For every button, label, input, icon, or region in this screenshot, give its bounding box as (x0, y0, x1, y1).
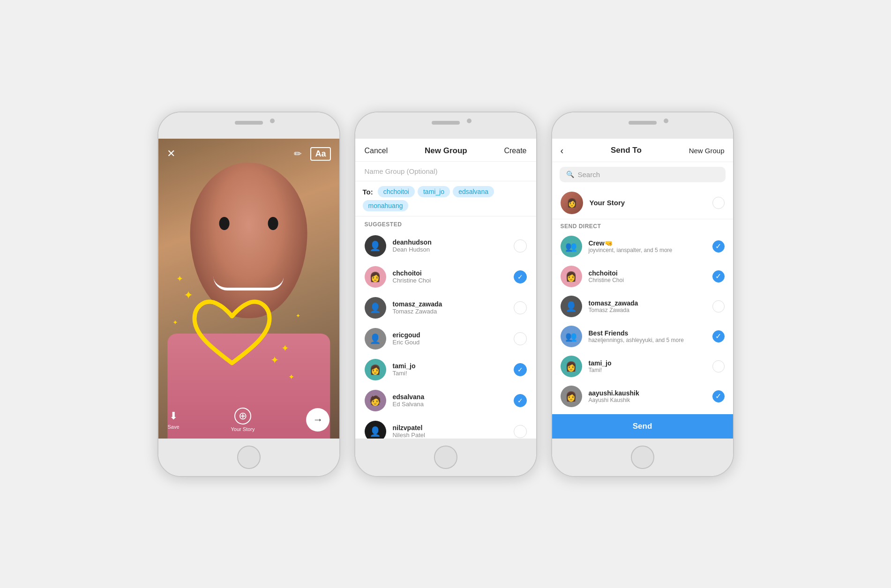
contact-st-chchoitoi[interactable]: 👩 chchoitoi Christine Choi ✓ (552, 261, 733, 291)
back-button[interactable]: ‹ (561, 145, 564, 156)
avatar-face: 👩 (561, 386, 582, 407)
search-icon: 🔍 (566, 171, 574, 178)
phones-container: ✦ ✦ ✦ ✦ ✦ ✦ ✦ ✕ ✏ Aa ⬇ (139, 93, 753, 496)
text-button[interactable]: Aa (310, 147, 330, 161)
avatar-face: 🧑 (365, 390, 386, 411)
your-story-radio[interactable] (712, 197, 725, 209)
user-info-st-chchoitoi: chchoitoi Christine Choi (589, 269, 706, 283)
avatar-face: 👤 (365, 297, 386, 319)
check-aayushi[interactable]: ✓ (712, 390, 725, 402)
avatar-st-chchoitoi: 👩 (561, 266, 582, 287)
phone-1-home-button[interactable] (237, 446, 261, 469)
phone-1-speaker (235, 121, 263, 125)
contact-ericgoud[interactable]: 👤 ericgoud Eric Goud (355, 323, 536, 354)
your-story-name: Your Story (590, 199, 706, 207)
tag-edsalvana[interactable]: edsalvana (453, 186, 494, 197)
avatar-face: 👩 (561, 266, 582, 287)
user-info-st-tomasz: tomasz_zawada Tomasz Zawada (589, 299, 706, 313)
username-st-tomasz: tomasz_zawada (589, 299, 706, 307)
send-button[interactable]: → (306, 408, 329, 432)
check-crew[interactable]: ✓ (712, 240, 725, 253)
avatar-ericgoud: 👤 (365, 328, 386, 350)
check-edsalvana[interactable]: ✓ (514, 394, 527, 407)
contact-edsalvana[interactable]: 🧑 edsalvana Ed Salvana ✓ (355, 385, 536, 416)
checkmark-icon: ✓ (517, 397, 523, 404)
avatar-bestfriends: 👥 (561, 326, 582, 347)
contact-crew[interactable]: 👥 Crew🤜 joyvincent, ianspalter, and 5 mo… (552, 231, 733, 261)
username-chchoitoi: chchoitoi (393, 269, 507, 277)
contact-nilzvpatel[interactable]: 👤 nilzvpatel Nilesh Patel (355, 416, 536, 439)
search-input[interactable]: Search (578, 171, 719, 179)
contact-chchoitoi[interactable]: 👩 chchoitoi Christine Choi ✓ (355, 261, 536, 292)
contact-st-tamijo[interactable]: 👩 tami_jo Tami! (552, 351, 733, 381)
contact-tamijo[interactable]: 👩 tami_jo Tami! ✓ (355, 354, 536, 385)
check-tomasz[interactable] (514, 301, 527, 314)
cancel-button[interactable]: Cancel (365, 147, 388, 155)
avatar-edsalvana: 🧑 (365, 390, 386, 411)
tag-monahuang[interactable]: monahuang (363, 200, 409, 211)
person-face (190, 163, 307, 319)
username-deanhudson: deanhudson (393, 238, 507, 246)
sparkle-3: ✦ (172, 319, 178, 326)
search-bar[interactable]: 🔍 Search (560, 167, 726, 182)
subtext-bestfriends: hazeljennings, ashleyyuki, and 5 more (589, 337, 706, 343)
tag-chchoitoi[interactable]: chchoitoi (378, 186, 415, 197)
avatar-chchoitoi: 👩 (365, 266, 386, 288)
name-group-input[interactable]: Name Group (Optional) (355, 162, 536, 181)
phone-3-top-bar (552, 112, 733, 139)
checkmark-icon: ✓ (715, 272, 721, 281)
phone-2-home-button[interactable] (434, 446, 457, 469)
close-button[interactable]: ✕ (167, 148, 175, 160)
check-ericgoud[interactable] (514, 332, 527, 345)
story-top-controls: ✕ ✏ Aa (158, 143, 339, 164)
check-st-tamijo[interactable] (712, 360, 725, 372)
user-info-st-tamijo: tami_jo Tami! (589, 359, 706, 373)
save-button-group: ⬇ Save (168, 410, 180, 430)
new-group-screen: Cancel New Group Create Name Group (Opti… (355, 139, 536, 439)
phone-2-top-bar (355, 112, 536, 139)
username-edsalvana: edsalvana (393, 393, 507, 401)
draw-icon[interactable]: ✏ (294, 148, 302, 159)
user-info-tomasz: tomasz_zawada Tomasz Zawada (393, 300, 507, 315)
check-bestfriends[interactable]: ✓ (712, 330, 725, 342)
user-info-edsalvana: edsalvana Ed Salvana (393, 393, 507, 408)
contact-tomasz[interactable]: 👤 tomasz_zawada Tomasz Zawada (355, 292, 536, 323)
send-to-header: ‹ Send To New Group (552, 139, 733, 162)
subtext-crew: joyvincent, ianspalter, and 5 more (589, 247, 706, 253)
contact-bestfriends[interactable]: 👥 Best Friends hazeljennings, ashleyyuki… (552, 321, 733, 351)
check-tamijo[interactable]: ✓ (514, 363, 527, 376)
check-deanhudson[interactable] (514, 239, 527, 253)
username-bestfriends: Best Friends (589, 329, 706, 337)
contact-deanhudson[interactable]: 👤 deanhudson Dean Hudson (355, 231, 536, 261)
avatar-face: 👩 (561, 356, 582, 377)
send-button[interactable]: Send (552, 414, 733, 439)
add-story-icon[interactable]: ⊕ (234, 408, 251, 424)
create-button[interactable]: Create (504, 147, 526, 155)
check-st-chchoitoi[interactable]: ✓ (712, 270, 725, 283)
contact-st-tomasz[interactable]: 👤 tomasz_zawada Tomasz Zawada (552, 291, 733, 321)
phone-3-screen: ‹ Send To New Group 🔍 Search 👩 Your Stor… (552, 139, 733, 439)
phone-3-speaker (629, 121, 657, 125)
phone-1-camera (270, 119, 275, 123)
phone-3-home-button[interactable] (631, 446, 654, 469)
username-st-chchoitoi: chchoitoi (589, 269, 706, 277)
checkmark-icon: ✓ (715, 242, 721, 251)
sparkle-2: ✦ (184, 289, 193, 302)
your-story-button-group: ⊕ Your Story (231, 408, 255, 432)
new-group-button[interactable]: New Group (689, 147, 725, 155)
your-story-row[interactable]: 👩 Your Story (552, 187, 733, 219)
check-chchoitoi[interactable]: ✓ (514, 270, 527, 283)
check-st-tomasz[interactable] (712, 300, 725, 313)
username-aayushi: aayushi.kaushik (589, 389, 706, 397)
avatar-face: 👥 (561, 236, 582, 257)
send-arrow-icon: → (313, 414, 323, 426)
check-nilzvpatel[interactable] (514, 425, 527, 438)
story-bottom-controls: ⬇ Save ⊕ Your Story → (158, 408, 339, 432)
suggested-label: SUGGESTED (355, 216, 536, 231)
tag-tami-jo[interactable]: tami_jo (418, 186, 450, 197)
user-info-chchoitoi: chchoitoi Christine Choi (393, 269, 507, 284)
avatar-face: 👩 (561, 192, 583, 214)
save-icon[interactable]: ⬇ (169, 410, 178, 422)
avatar-st-tomasz: 👤 (561, 296, 582, 317)
contact-aayushi[interactable]: 👩 aayushi.kaushik Aayushi Kaushik ✓ (552, 381, 733, 410)
